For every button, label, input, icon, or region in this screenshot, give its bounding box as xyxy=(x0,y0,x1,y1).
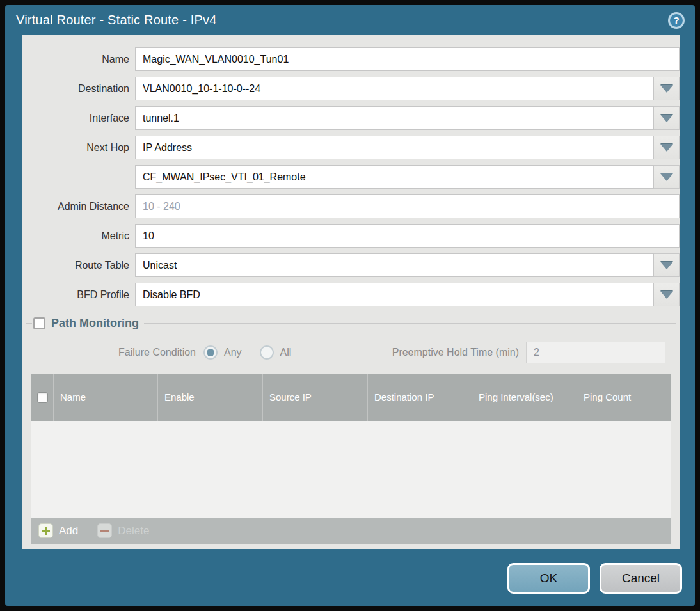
name-row: Name xyxy=(22,47,680,71)
add-button[interactable]: Add xyxy=(38,523,78,538)
chevron-down-icon xyxy=(660,291,673,299)
failure-condition-label: Failure Condition xyxy=(31,347,203,358)
dialog-titlebar: Virtual Router - Static Route - IPv4 ? xyxy=(5,5,695,35)
admin-distance-field xyxy=(135,194,680,218)
bfd-profile-dropdown-button[interactable] xyxy=(654,283,680,306)
destination-input[interactable] xyxy=(135,77,654,100)
name-input[interactable] xyxy=(135,47,680,71)
table-header-name[interactable]: Name xyxy=(54,374,158,421)
destination-row: Destination xyxy=(22,77,680,100)
metric-input[interactable] xyxy=(135,224,680,248)
bfd-profile-field xyxy=(135,283,680,306)
table-header-checkbox-cell xyxy=(31,374,54,421)
route-table-label: Route Table xyxy=(22,260,135,271)
next-hop-dropdown-button[interactable] xyxy=(654,136,680,159)
minus-icon xyxy=(97,523,112,538)
destination-dropdown-button[interactable] xyxy=(654,77,680,100)
interface-label: Interface xyxy=(22,113,135,124)
preemptive-hold-time-input[interactable] xyxy=(526,342,665,363)
table-header-row: Name Enable Source IP Destination IP Pin… xyxy=(31,374,671,421)
route-table-dropdown-button[interactable] xyxy=(654,253,680,277)
metric-field xyxy=(135,224,680,248)
add-button-label: Add xyxy=(59,525,78,537)
path-monitoring-legend: Path Monitoring xyxy=(32,317,144,330)
route-table-input[interactable] xyxy=(135,253,654,277)
interface-field xyxy=(135,106,680,130)
delete-button-label: Delete xyxy=(118,525,149,537)
bfd-profile-label: BFD Profile xyxy=(22,289,135,301)
help-icon-glyph: ? xyxy=(673,15,679,26)
route-table-row: Route Table xyxy=(22,253,680,277)
radio-all-label: All xyxy=(280,347,292,358)
ok-button[interactable]: OK xyxy=(507,563,590,594)
select-all-checkbox[interactable] xyxy=(37,392,48,403)
table-body-empty xyxy=(31,421,671,518)
preemptive-hold-time-label: Preemptive Hold Time (min) xyxy=(392,347,526,358)
path-monitoring-checkbox[interactable] xyxy=(33,317,45,329)
cancel-button[interactable]: Cancel xyxy=(600,563,682,594)
table-header-destination-ip[interactable]: Destination IP xyxy=(368,374,472,421)
path-monitoring-section: Path Monitoring Failure Condition Any Al… xyxy=(26,317,676,557)
dialog-content: Name Destination Interface xyxy=(22,35,680,549)
failure-condition-radio-all[interactable]: All xyxy=(260,345,292,360)
destination-label: Destination xyxy=(22,83,135,95)
radio-icon-all xyxy=(260,345,274,360)
interface-row: Interface xyxy=(22,106,680,130)
next-hop-field xyxy=(135,136,680,159)
next-hop-address-row xyxy=(22,165,680,189)
delete-button[interactable]: Delete xyxy=(97,523,149,538)
table-header-ping-count[interactable]: Ping Count xyxy=(577,374,671,421)
admin-distance-label: Admin Distance xyxy=(22,201,135,212)
bfd-profile-row: BFD Profile xyxy=(22,283,680,306)
dialog-footer: OK Cancel xyxy=(507,563,682,594)
chevron-down-icon xyxy=(660,144,673,152)
static-route-dialog: Virtual Router - Static Route - IPv4 ? N… xyxy=(5,5,695,606)
metric-row: Metric xyxy=(22,224,680,248)
plus-icon xyxy=(38,523,53,538)
chevron-down-icon xyxy=(660,173,673,181)
name-label: Name xyxy=(22,54,135,65)
admin-distance-input[interactable] xyxy=(135,194,680,218)
help-icon[interactable]: ? xyxy=(668,12,685,29)
next-hop-address-input[interactable] xyxy=(135,165,654,189)
chevron-down-icon xyxy=(660,85,673,93)
failure-condition-radio-any[interactable]: Any xyxy=(203,345,242,360)
admin-distance-row: Admin Distance xyxy=(22,194,680,218)
table-header-ping-interval[interactable]: Ping Interval(sec) xyxy=(472,374,577,421)
name-field xyxy=(135,47,680,71)
destination-field xyxy=(135,77,680,100)
table-header-source-ip[interactable]: Source IP xyxy=(263,374,368,421)
next-hop-address-dropdown-button[interactable] xyxy=(654,165,680,189)
path-monitoring-table: Name Enable Source IP Destination IP Pin… xyxy=(31,374,671,544)
failure-condition-row: Failure Condition Any All Preemptive Hol… xyxy=(31,342,671,363)
path-monitoring-title: Path Monitoring xyxy=(51,317,139,330)
metric-label: Metric xyxy=(22,230,135,242)
next-hop-row: Next Hop xyxy=(22,136,680,159)
next-hop-label: Next Hop xyxy=(22,142,135,154)
chevron-down-icon xyxy=(660,115,673,122)
interface-input[interactable] xyxy=(135,106,654,130)
dialog-title: Virtual Router - Static Route - IPv4 xyxy=(16,13,217,28)
next-hop-type-input[interactable] xyxy=(135,136,654,159)
next-hop-address-field xyxy=(135,165,680,189)
interface-dropdown-button[interactable] xyxy=(654,106,680,130)
radio-icon-any xyxy=(203,345,218,360)
radio-any-label: Any xyxy=(224,347,242,358)
chevron-down-icon xyxy=(660,262,673,269)
route-table-field xyxy=(135,253,680,277)
table-header-enable[interactable]: Enable xyxy=(158,374,263,421)
bfd-profile-input[interactable] xyxy=(135,283,654,306)
table-toolbar: Add Delete xyxy=(31,518,671,544)
